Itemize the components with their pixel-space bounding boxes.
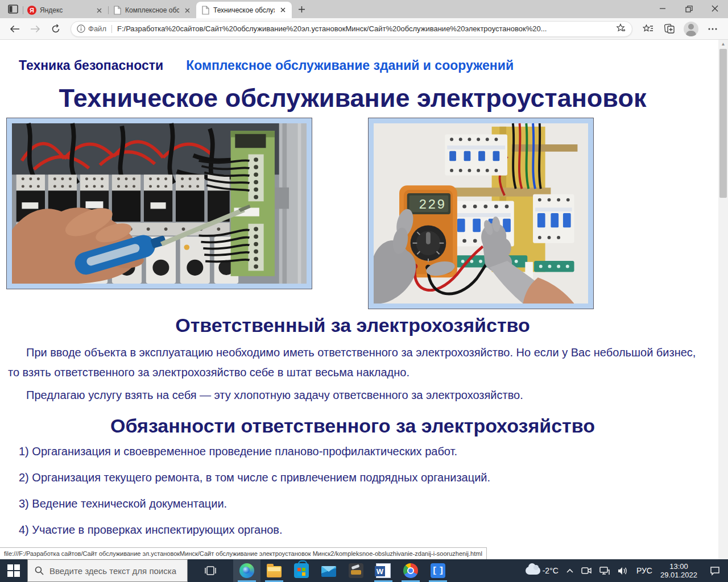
duty-item: 3) Ведение технической документации. [19, 497, 694, 510]
favorites-bar-icon[interactable] [638, 20, 657, 38]
camera-icon [581, 567, 592, 575]
taskbar-search-box[interactable]: Введите здесь текст для поиска [27, 559, 188, 582]
tab-title: Техническое обслуживание эле [213, 6, 275, 14]
tab-kompleksnoe[interactable]: Комплексное обслуживание зд [108, 2, 196, 18]
window-controls [650, 0, 728, 18]
tab-actions-menu-icon[interactable] [5, 2, 22, 16]
info-icon [77, 24, 85, 33]
photo-tools-icon [349, 563, 363, 578]
minimize-button[interactable] [650, 0, 676, 17]
search-icon [35, 566, 44, 575]
tab-tehnicheskoe-active[interactable]: Техническое обслуживание эле [196, 2, 292, 18]
browser-toolbar: Файл F:/Разработка%20сайтов/Сайт%20обслу… [0, 18, 728, 40]
taskbar: Введите здесь текст для поиска [0, 559, 728, 582]
link-tehnika-bezopasnosti[interactable]: Техника безопасности [19, 58, 163, 73]
taskbar-brackets-button[interactable]: [ ] [424, 559, 452, 582]
multimeter-reading: 229 [419, 197, 446, 213]
address-bar[interactable]: Файл F:/Разработка%20сайтов/Сайт%20обслу… [71, 21, 632, 37]
browser-window: Я Яндекс Комплексное обслуживание зд Тех… [0, 0, 728, 582]
heading-duties: Обязанности ответственного за электрохоз… [0, 415, 705, 437]
meet-now-button[interactable] [581, 567, 592, 575]
page-favicon [113, 6, 122, 15]
scrollbar-thumb[interactable] [719, 49, 727, 198]
clock-date: 29.01.2022 [660, 571, 697, 579]
taskbar-word-button[interactable] [370, 559, 397, 582]
language-code: РУС [636, 566, 652, 575]
action-center-button[interactable] [705, 566, 725, 575]
clock-time: 13:00 [660, 562, 697, 571]
word-icon [376, 563, 391, 578]
search-placeholder-text: Введите здесь текст для поиска [49, 566, 176, 576]
paragraph-responsible-1: При вводе объекта в эксплуатацию необход… [8, 343, 700, 383]
add-favorite-icon[interactable] [617, 23, 626, 34]
refresh-button[interactable] [47, 20, 65, 38]
language-indicator[interactable]: РУС [636, 566, 652, 575]
tab-close-icon[interactable] [94, 6, 104, 15]
photo-switchgear-screwdriver [7, 118, 312, 289]
tab-close-icon[interactable] [278, 6, 287, 15]
yandex-favicon: Я [27, 6, 36, 15]
microsoft-store-icon [294, 563, 309, 578]
mail-icon [321, 566, 336, 577]
collections-icon[interactable] [660, 20, 679, 38]
tab-close-icon[interactable] [183, 6, 192, 15]
windows-logo-icon [7, 564, 20, 577]
chrome-icon [403, 563, 418, 578]
link-kompleksnoe-obsluzhivanie[interactable]: Комплексное обслуживание зданий и сооруж… [186, 58, 514, 73]
page-title: Техническое обслуживание электроустаново… [0, 84, 705, 113]
taskbar-edge-button[interactable] [233, 559, 260, 582]
taskbar-mail-button[interactable] [315, 559, 342, 582]
scroll-up-icon[interactable]: ▲ [718, 40, 728, 48]
forward-button[interactable] [26, 20, 44, 38]
start-button[interactable] [0, 559, 27, 582]
switchgear-photo-illustration [12, 123, 307, 284]
weather-widget[interactable]: -2°C [526, 566, 559, 575]
clock[interactable]: 13:00 29.01.2022 [660, 562, 697, 579]
task-view-button[interactable] [197, 559, 224, 582]
restore-button[interactable] [676, 0, 702, 17]
chevron-up-icon [566, 568, 573, 573]
volume-button[interactable] [618, 567, 628, 575]
paragraph-responsible-2: Предлагаю услугу взять на себя — эту хло… [8, 385, 700, 405]
page-content: Техника безопасности Комплексное обслужи… [0, 40, 728, 559]
tab-title: Комплексное обслуживание зд [125, 6, 179, 14]
taskbar-chrome-button[interactable] [397, 559, 424, 582]
duty-item: 4) Участие в проверках инспектирующих ор… [19, 523, 694, 537]
photo-multimeter-breakers: 229 [369, 118, 593, 309]
cloud-weather-icon [526, 567, 540, 575]
taskbar-explorer-button[interactable] [260, 559, 288, 582]
file-explorer-icon [267, 566, 282, 577]
weather-temp: -2°C [543, 566, 559, 575]
network-button[interactable] [599, 567, 610, 575]
url-text[interactable]: F:/Разработка%20сайтов/Сайт%20обслуживан… [117, 24, 612, 33]
heading-responsible: Ответственный за электрохозяйство [0, 314, 705, 336]
profile-avatar[interactable] [681, 20, 701, 38]
taskbar-photo-tool-button[interactable] [342, 559, 370, 582]
status-link-preview: file:///F:/Разработка сайтов/Сайт обслуж… [0, 547, 487, 559]
taskbar-store-button[interactable] [288, 559, 315, 582]
system-tray: -2°C РУС 13:00 29.01.2022 [526, 559, 728, 582]
multimeter-photo-illustration: 229 [374, 123, 588, 304]
page-favicon [201, 6, 210, 15]
edge-icon [239, 563, 254, 578]
duty-item: 1) Оргаганизация и своевременное проведе… [19, 445, 694, 458]
file-scheme-label: Файл [88, 24, 106, 33]
duty-item: 2) Организация текущего ремонта, в том ч… [19, 471, 694, 484]
new-tab-button[interactable] [294, 2, 309, 16]
page-top-nav: Техника безопасности Комплексное обслужи… [19, 58, 514, 73]
back-button[interactable] [6, 20, 24, 38]
network-icon [599, 567, 610, 575]
vertical-scrollbar[interactable]: ▲ [718, 40, 728, 559]
speaker-icon [618, 567, 628, 575]
tray-expand-button[interactable] [566, 568, 573, 573]
tab-yandex[interactable]: Я Яндекс [23, 2, 108, 18]
settings-more-icon[interactable] [703, 20, 722, 38]
brackets-icon: [ ] [431, 563, 445, 578]
tab-title: Яндекс [40, 6, 91, 14]
notification-icon [710, 566, 720, 575]
close-window-button[interactable] [702, 0, 728, 17]
tab-strip: Я Яндекс Комплексное обслуживание зд Тех… [0, 0, 728, 18]
